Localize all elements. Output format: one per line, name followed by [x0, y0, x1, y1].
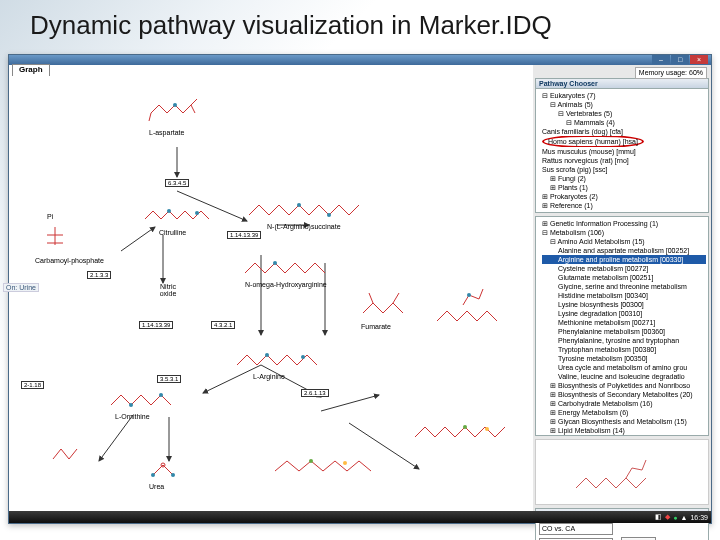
- memory-indicator: Memory usage: 60%: [635, 67, 707, 79]
- tree-item[interactable]: ⊟ Metabolism (106): [542, 228, 706, 237]
- tree-item[interactable]: ⊟ Animals (5): [542, 100, 706, 109]
- window-titlebar[interactable]: – □ ×: [9, 55, 711, 65]
- tree-item[interactable]: Cysteine metabolism [00272]: [542, 264, 706, 273]
- close-button[interactable]: ×: [690, 55, 708, 64]
- label-fumarate: Fumarate: [361, 323, 391, 330]
- tray-icon[interactable]: ◧: [655, 513, 662, 521]
- tree-item[interactable]: Homo sapiens (human) [hsa]: [542, 136, 706, 147]
- label-carbamoyl: Carbamoyl-phosphate: [35, 257, 104, 264]
- svg-point-1: [167, 209, 171, 213]
- svg-point-0: [173, 103, 177, 107]
- tree-item[interactable]: Glutamate metabolism [00251]: [542, 273, 706, 282]
- enzyme-3531[interactable]: 3.5.3.1: [157, 375, 181, 383]
- taskbar[interactable]: ◧ ◆ ● ▲ 16:39: [9, 511, 711, 523]
- tree-item[interactable]: ⊞ Fungi (2): [542, 174, 706, 183]
- mol-nhydarg[interactable]: [239, 253, 343, 283]
- tree-item[interactable]: Sus scrofa (pig) [ssc]: [542, 165, 706, 174]
- metabolism-tree[interactable]: ⊞ Genetic Information Processing (1)⊟ Me…: [536, 217, 708, 435]
- mol-ornithine[interactable]: [105, 385, 189, 415]
- mol-pi[interactable]: [37, 223, 75, 251]
- tree-item[interactable]: ⊟ Mammals (4): [542, 118, 706, 127]
- svg-point-2: [195, 211, 199, 215]
- system-tray[interactable]: ◧ ◆ ● ▲ 16:39: [655, 511, 708, 523]
- enzyme-26113[interactable]: 2.6.1.13: [301, 389, 329, 397]
- tree-item[interactable]: ⊞ Plants (1): [542, 183, 706, 192]
- label-citrulline: Citrulline: [159, 229, 186, 236]
- tree-item[interactable]: Rattus norvegicus (rat) [rno]: [542, 156, 706, 165]
- tree-item[interactable]: Alanine and aspartate metabolism [00252]: [542, 246, 706, 255]
- svg-point-5: [273, 261, 277, 265]
- tree-item[interactable]: ⊟ Eukaryotes (7): [542, 91, 706, 100]
- tree-item[interactable]: ⊞ Energy Metabolism (6): [542, 408, 706, 417]
- label-pi: Pi: [47, 213, 53, 220]
- maximize-button[interactable]: □: [671, 55, 689, 64]
- tree-item[interactable]: Mus musculus (mouse) [mmu]: [542, 147, 706, 156]
- tree-item[interactable]: Histidine metabolism [00340]: [542, 291, 706, 300]
- tray-icon[interactable]: ◆: [665, 513, 670, 521]
- label-arg-succ: N-(L-Arginino)succinate: [267, 223, 341, 230]
- tray-icon[interactable]: ▲: [681, 514, 688, 521]
- tree-item[interactable]: Canis familiaris (dog) [cfa]: [542, 127, 706, 136]
- label-no: Nitric oxide: [153, 283, 183, 297]
- label-urea: Urea: [149, 483, 164, 490]
- mini-structure[interactable]: [535, 439, 709, 505]
- tray-icon[interactable]: ●: [673, 514, 677, 521]
- tree-item[interactable]: ⊞ Reference (1): [542, 201, 706, 210]
- tree-item[interactable]: ⊞ Lipid Metabolism (14): [542, 426, 706, 435]
- svg-point-13: [467, 293, 471, 297]
- tree-item[interactable]: Phenylalanine metabolism [00360]: [542, 327, 706, 336]
- enzyme-6345[interactable]: 6.3.4.5: [165, 179, 189, 187]
- mol-citrulline[interactable]: [139, 201, 223, 229]
- mol-bottom[interactable]: [267, 441, 387, 485]
- mol-urea[interactable]: [141, 457, 185, 485]
- label-aspartate: L-aspartate: [149, 129, 184, 136]
- tree-item[interactable]: Urea cycle and metabolism of amino grou: [542, 363, 706, 372]
- svg-point-12: [171, 473, 175, 477]
- tree-item[interactable]: ⊞ Biosynthesis of Secondary Metabolites …: [542, 390, 706, 399]
- mol-arginine[interactable]: [231, 343, 331, 375]
- mol-fumarate[interactable]: [355, 285, 415, 323]
- tree-item[interactable]: Tryptophan metabolism [00380]: [542, 345, 706, 354]
- svg-point-14: [463, 425, 467, 429]
- tree-item[interactable]: ⊟ Amino Acid Metabolism (15): [542, 237, 706, 246]
- tree-item[interactable]: ⊞ Glycan Biosynthesis and Metabolism (15…: [542, 417, 706, 426]
- reactant-dd1[interactable]: CO vs. CA: [539, 523, 613, 535]
- tree-item[interactable]: Methionine metabolism [00271]: [542, 318, 706, 327]
- mol-right1[interactable]: [427, 275, 507, 335]
- tree-item[interactable]: Tyrosine metabolism [00350]: [542, 354, 706, 363]
- tree-item[interactable]: ⊞ Carbohydrate Metabolism (16): [542, 399, 706, 408]
- mol-right2[interactable]: [407, 393, 517, 449]
- enzyme-4321[interactable]: 4.3.2.1: [211, 321, 235, 329]
- side-panel: Memory usage: 60% Pathway Chooser ⊟ Euka…: [533, 65, 711, 523]
- tree-item[interactable]: ⊟ Vertebrates (5): [542, 109, 706, 118]
- mol-aspartate[interactable]: [145, 91, 209, 129]
- tree-item[interactable]: Lysine degradation [00310]: [542, 309, 706, 318]
- mol-arg-succ[interactable]: [245, 193, 369, 225]
- tree-item[interactable]: Phenylalanine, tyrosine and tryptophan: [542, 336, 706, 345]
- minimize-button[interactable]: –: [652, 55, 670, 64]
- tree-item[interactable]: Arginine and proline metabolism [00330]: [542, 255, 706, 264]
- enzyme-1141339b[interactable]: 1.14.13.39: [139, 321, 173, 329]
- pathway-chooser-panel: Pathway Chooser ⊟ Eukaryotes (7)⊟ Animal…: [535, 78, 709, 213]
- app-window: – □ × Graph On: Urine: [8, 54, 712, 524]
- chooser-tree[interactable]: ⊟ Eukaryotes (7)⊟ Animals (5)⊟ Vertebrat…: [536, 89, 708, 212]
- tree-item[interactable]: Valine, leucine and isoleucine degradati…: [542, 372, 706, 381]
- pathway-canvas[interactable]: Graph On: Urine: [9, 65, 534, 523]
- tree-item[interactable]: ⊞ Genetic Information Processing (1): [542, 219, 706, 228]
- slide-title: Dynamic pathway visualization in Marker.…: [30, 10, 552, 41]
- mol-small1[interactable]: [45, 437, 89, 467]
- tree-item[interactable]: Lysine biosynthesis [00300]: [542, 300, 706, 309]
- chooser-header[interactable]: Pathway Chooser: [536, 79, 708, 89]
- tree-item[interactable]: ⊞ Biosynthesis of Polyketides and Nonrib…: [542, 381, 706, 390]
- svg-point-7: [301, 355, 305, 359]
- svg-point-8: [129, 403, 133, 407]
- clock[interactable]: 16:39: [690, 514, 708, 521]
- enzyme-2118[interactable]: 2-1.18: [21, 381, 44, 389]
- enzyme-1141339a[interactable]: 1.14.13.39: [227, 231, 261, 239]
- svg-point-17: [343, 461, 347, 465]
- svg-point-11: [151, 473, 155, 477]
- svg-point-16: [309, 459, 313, 463]
- tree-item[interactable]: Glycine, serine and threonine metabolism: [542, 282, 706, 291]
- tree-item[interactable]: ⊞ Prokaryotes (2): [542, 192, 706, 201]
- enzyme-2133[interactable]: 2.1.3.3: [87, 271, 111, 279]
